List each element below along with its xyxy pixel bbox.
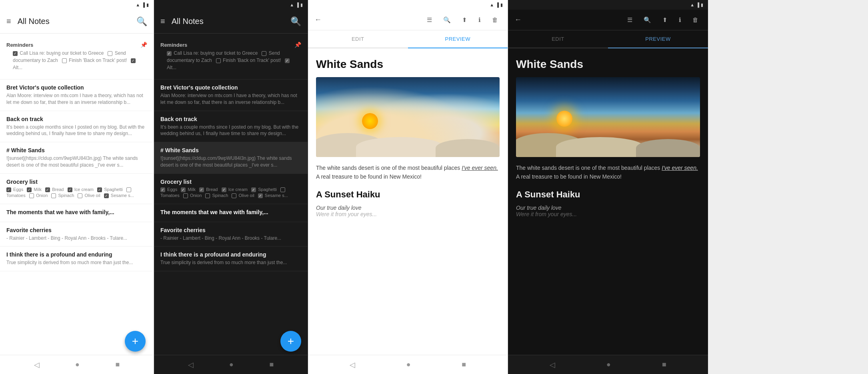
preview-body-end-p4: A real treasure to be found in New Mexic… [516, 173, 622, 180]
cb-3-p2 [216, 58, 221, 63]
signal-icon-p1: ▐ [142, 2, 145, 7]
menu-icon-p2[interactable]: ≡ [160, 17, 165, 26]
back-icon-p4[interactable]: ← [514, 16, 522, 24]
back-icon-p3[interactable]: ← [314, 16, 322, 24]
note-preview-bret-p1: Alan Moore: interview on mtv.com I have … [6, 92, 147, 106]
note-cherries-p1[interactable]: Favorite cherries - Rainier - Lambert - … [0, 222, 154, 247]
fab-p2[interactable]: + [280, 331, 301, 352]
header-p1: ≡ All Notes 🔍 [0, 10, 154, 34]
nav-bar-p4: ◁ ● ■ [508, 355, 708, 374]
recent-nav-p4[interactable]: ■ [662, 360, 666, 369]
back-nav-p2[interactable]: ◁ [188, 360, 194, 369]
cb-bread-p2: ✓ [199, 187, 204, 192]
home-nav-p1[interactable]: ● [75, 360, 80, 369]
cb-spinach-p2 [205, 193, 210, 198]
preview-h2-p4: A Sunset Haiku [516, 189, 700, 200]
cb-1-p1: ✓ [13, 51, 18, 56]
cb-spag-p1: ✓ [97, 187, 102, 192]
note-title-profound-p2: I think there is a profound and enduring [160, 251, 301, 258]
note-preview-back-p1: It's been a couple months since I posted… [6, 124, 147, 137]
menu-icon-p1[interactable]: ≡ [6, 17, 11, 26]
info-icon-p3[interactable]: ℹ [478, 16, 481, 24]
note-back-p1[interactable]: Back on track It's been a couple months … [0, 111, 154, 143]
fab-icon-p2: + [288, 335, 294, 348]
search-icon-p3[interactable]: 🔍 [443, 16, 451, 24]
preview-haiku1-p3: Our true daily love [316, 205, 500, 211]
cb-bread-p1: ✓ [45, 187, 50, 192]
wifi-icon-p3: ▲ [490, 2, 494, 7]
cb-spinach-p1 [51, 193, 56, 198]
cb-onion-p1 [29, 193, 34, 198]
fab-p1[interactable]: + [125, 331, 146, 352]
signal-icon-p2: ▐ [296, 2, 299, 7]
cb-milk-p1: ✓ [27, 187, 32, 192]
note-whitesands-p2[interactable]: # White Sands ![sunset](https://cldup.co… [154, 142, 308, 174]
checklist-icon-p3[interactable]: ☰ [427, 16, 432, 24]
cb-eggs-p1: ✓ [6, 187, 11, 192]
recent-nav-p3[interactable]: ■ [462, 360, 466, 369]
notes-list-p2: Reminders 📌 ✓ Call Lisa re: buying our t… [154, 34, 308, 331]
recent-nav-p1[interactable]: ■ [115, 360, 120, 369]
note-back-p2[interactable]: Back on track It's been a couple months … [154, 111, 308, 143]
delete-icon-p3[interactable]: 🗑 [492, 16, 498, 23]
status-icons-p2: ▲ ▐ ▮ [290, 2, 303, 8]
cb-sesame-p2: ✓ [258, 193, 263, 198]
note-moments-p1[interactable]: The moments that we have with family,... [0, 204, 154, 222]
note-preview-bret-p2: Alan Moore: interview on mtv.com I have … [160, 92, 301, 106]
preview-body-p3: The white sands desert is one of the mos… [316, 163, 500, 181]
battery-icon-p2: ▮ [300, 2, 303, 8]
delete-icon-p4[interactable]: 🗑 [692, 16, 698, 23]
share-icon-p3[interactable]: ⬆ [462, 16, 467, 24]
note-grocery-p2[interactable]: Grocery list ✓ Eggs ✓ Milk ✓ Bread ✓ Ice… [154, 174, 308, 204]
share-icon-p4[interactable]: ⬆ [662, 16, 668, 24]
info-icon-p4[interactable]: ℹ [679, 16, 681, 24]
nav-bar-p2: ◁ ● ■ [154, 355, 308, 374]
signal-icon-p3: ▐ [496, 2, 499, 7]
note-preview-back-p2: It's been a couple months since I posted… [160, 124, 301, 137]
status-icons-p4: ▲ ▐ ▮ [690, 2, 703, 8]
nav-bar-p3: ◁ ● ■ [308, 355, 508, 374]
checklist-icon-p4[interactable]: ☰ [627, 16, 632, 24]
note-bret-p1[interactable]: Bret Victor's quote collection Alan Moor… [0, 80, 154, 111]
tab-preview-p3[interactable]: PREVIEW [408, 30, 508, 48]
note-grocery-p1[interactable]: Grocery list ✓ Eggs ✓ Milk ✓ Bread ✓ Ice… [0, 174, 154, 204]
note-whitesands-p1[interactable]: # White Sands ![sunset](https://cldup.co… [0, 142, 154, 174]
search-icon-p2[interactable]: 🔍 [290, 16, 301, 27]
note-profound-p2[interactable]: I think there is a profound and enduring… [154, 247, 308, 271]
header-title-p1: All Notes [18, 17, 136, 26]
tab-edit-p3[interactable]: EDIT [308, 30, 408, 48]
preview-content-p4: White Sands The white sands desert is on… [508, 48, 708, 355]
note-title-ws-p1: # White Sands [6, 147, 147, 153]
home-nav-p4[interactable]: ● [606, 360, 611, 369]
signal-icon-p4: ▐ [696, 2, 699, 7]
note-preview-grocery-p1: ✓ Eggs ✓ Milk ✓ Bread ✓ Ice cream ✓ Spag… [6, 187, 147, 199]
tab-edit-p4[interactable]: EDIT [508, 30, 608, 48]
note-title-bret-p1: Bret Victor's quote collection [6, 84, 147, 91]
reminders-content-p1: ✓ Call Lisa re: buying our ticket to Gre… [6, 50, 147, 74]
header-title-p2: All Notes [172, 17, 290, 26]
cb-tomato-p2 [280, 187, 285, 192]
note-preview-ws-p1: ![sunset](https://cldup.com/9wpWU84l3n.j… [6, 155, 147, 169]
back-nav-p4[interactable]: ◁ [550, 360, 555, 369]
back-nav-p1[interactable]: ◁ [34, 360, 40, 369]
note-moments-p2[interactable]: The moments that we have with family,... [154, 204, 308, 222]
preview-body-start-p4: The white sands desert is one of the mos… [516, 165, 662, 171]
recent-nav-p2[interactable]: ■ [269, 360, 274, 369]
cb-icecream-p1: ✓ [68, 187, 72, 192]
home-nav-p3[interactable]: ● [406, 360, 411, 369]
reminders-section-p2[interactable]: Reminders 📌 ✓ Call Lisa re: buying our t… [154, 37, 308, 80]
back-nav-p3[interactable]: ◁ [350, 360, 355, 369]
note-preview-profound-p1: True simplicity is derived from so much … [6, 259, 147, 266]
note-title-grocery-p1: Grocery list [6, 179, 147, 185]
home-nav-p2[interactable]: ● [229, 360, 234, 369]
tab-preview-p4[interactable]: PREVIEW [608, 30, 708, 48]
status-bar-p2: ▲ ▐ ▮ [154, 0, 308, 10]
search-icon-p1[interactable]: 🔍 [136, 16, 147, 27]
reminders-section-p1[interactable]: Reminders 📌 ✓ Call Lisa re: buying our t… [0, 37, 154, 80]
pin-icon-p2: 📌 [294, 42, 301, 48]
search-icon-p4[interactable]: 🔍 [644, 16, 651, 24]
cb-olive-p1 [78, 193, 82, 198]
note-bret-p2[interactable]: Bret Victor's quote collection Alan Moor… [154, 80, 308, 111]
note-profound-p1[interactable]: I think there is a profound and enduring… [0, 247, 154, 271]
note-cherries-p2[interactable]: Favorite cherries - Rainier - Lambert - … [154, 222, 308, 247]
